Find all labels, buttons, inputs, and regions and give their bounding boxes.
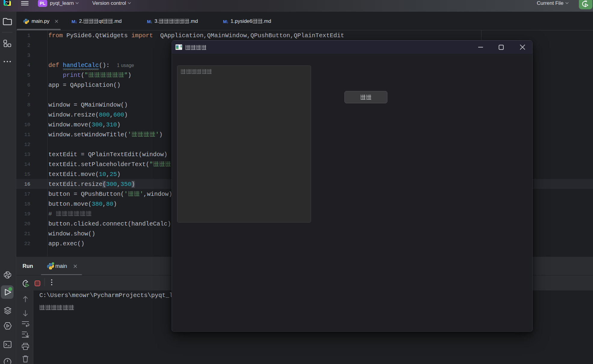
svg-text:PC: PC [5, 1, 9, 3]
